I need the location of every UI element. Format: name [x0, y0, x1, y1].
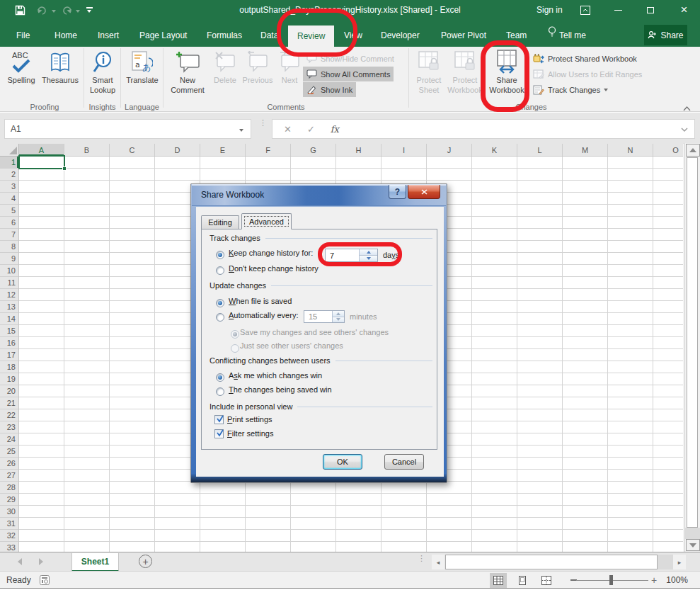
dialog-tab-editing[interactable]: Editing [201, 215, 239, 229]
column-header-J[interactable]: J [427, 144, 472, 156]
name-box[interactable]: A1 [4, 119, 251, 139]
row-header-16[interactable]: 16 [0, 337, 18, 349]
column-header-H[interactable]: H [336, 144, 381, 156]
column-header-D[interactable]: D [155, 144, 200, 156]
row-header-13[interactable]: 13 [0, 301, 18, 313]
vertical-scrollbar[interactable] [684, 143, 700, 552]
row-header-9[interactable]: 9 [0, 253, 18, 265]
dialog-help-button[interactable]: ? [389, 185, 406, 199]
vertical-scroll-track[interactable] [685, 528, 700, 539]
ok-button[interactable]: OK [323, 454, 362, 470]
delete-comment-button[interactable]: Delete [212, 50, 238, 85]
column-header-B[interactable]: B [64, 144, 110, 156]
view-page-layout-button[interactable] [514, 573, 531, 588]
label-ask-me[interactable]: Ask me which changes win [229, 371, 322, 380]
radio-auto-every[interactable] [216, 313, 224, 322]
cancel-formula-icon[interactable]: ✕ [284, 124, 292, 135]
selected-cell-a1[interactable] [18, 155, 65, 169]
row-header-31[interactable]: 31 [0, 518, 18, 530]
tab-page-layout[interactable]: Page Layout [139, 20, 187, 47]
zoom-level[interactable]: 100% [664, 575, 688, 585]
row-header-21[interactable]: 21 [0, 397, 18, 409]
ribbon-display-options-icon[interactable] [580, 6, 590, 15]
radio-ask-me[interactable] [216, 373, 224, 382]
row-header-30[interactable]: 30 [0, 506, 18, 518]
row-header-26[interactable]: 26 [0, 458, 18, 470]
sign-in-button[interactable]: Sign in [537, 5, 563, 15]
label-when-saved[interactable]: When file is saved [229, 297, 292, 305]
column-header-G[interactable]: G [291, 144, 336, 156]
minutes-spin-up[interactable] [333, 311, 344, 317]
label-saved-win[interactable]: The changes being saved win [229, 385, 332, 394]
column-header-L[interactable]: L [517, 144, 563, 156]
row-header-24[interactable]: 24 [0, 433, 18, 446]
label-filter-settings[interactable]: Filter settings [227, 429, 273, 438]
row-header-25[interactable]: 25 [0, 446, 18, 458]
select-all-corner[interactable] [0, 144, 19, 157]
translate-button[interactable]: aあ Translate [123, 50, 161, 85]
new-sheet-button[interactable]: + [139, 555, 152, 568]
radio-keep-history[interactable] [216, 251, 224, 259]
tab-formulas[interactable]: Formulas [207, 20, 242, 47]
show-ink-button[interactable]: Show Ink [303, 82, 356, 97]
column-header-K[interactable]: K [472, 144, 517, 156]
smart-lookup-button[interactable]: Smart Lookup [86, 50, 119, 95]
tab-data[interactable]: Data [260, 20, 278, 47]
macro-record-icon[interactable] [40, 575, 50, 585]
radio-dont-keep-history[interactable] [216, 266, 224, 275]
view-normal-button[interactable] [490, 573, 507, 588]
name-box-caret[interactable] [239, 129, 243, 132]
row-header-6[interactable]: 6 [0, 217, 18, 229]
dialog-close-button[interactable] [408, 185, 440, 199]
minutes-spinner-buttons[interactable] [332, 311, 344, 322]
tab-power-pivot[interactable]: Power Pivot [441, 20, 486, 47]
spelling-button[interactable]: ABC Spelling [6, 50, 37, 85]
column-header-A[interactable]: A [19, 144, 64, 156]
tabstrip-grip[interactable]: ⋮ [418, 556, 425, 560]
sheet-nav-left-icon[interactable] [18, 558, 22, 565]
row-header-20[interactable]: 20 [0, 385, 18, 397]
row-header-27[interactable]: 27 [0, 470, 18, 482]
zoom-in-button[interactable]: + [651, 574, 657, 586]
tab-developer[interactable]: Developer [381, 20, 420, 47]
checkbox-print-settings[interactable] [214, 415, 224, 424]
label-save-mine[interactable]: Save my changes and see others' changes [240, 328, 389, 336]
dialog-tab-advanced[interactable]: Advanced [241, 213, 292, 229]
row-header-14[interactable]: 14 [0, 313, 18, 325]
row-header-7[interactable]: 7 [0, 229, 18, 241]
radio-just-see[interactable] [231, 344, 239, 353]
close-button[interactable]: × [668, 0, 700, 20]
show-all-comments-button[interactable]: Show All Comments [303, 67, 394, 81]
column-header-C[interactable]: C [110, 144, 155, 156]
row-header-19[interactable]: 19 [0, 373, 18, 385]
radio-save-mine[interactable] [231, 330, 239, 339]
horizontal-scroll-track[interactable] [658, 555, 673, 569]
thesaurus-button[interactable]: Thesaurus [38, 50, 82, 85]
row-header-23[interactable]: 23 [0, 421, 18, 433]
column-header-E[interactable]: E [200, 144, 246, 156]
maximize-button[interactable] [636, 0, 665, 20]
row-header-32[interactable]: 32 [0, 530, 18, 542]
row-header-18[interactable]: 18 [0, 361, 18, 373]
protect-sheet-button[interactable]: Protect Sheet [413, 50, 445, 95]
tab-file[interactable]: File [16, 20, 30, 47]
column-header-M[interactable]: M [563, 144, 608, 156]
label-just-see[interactable]: Just see other users' changes [240, 341, 343, 350]
zoom-slider-handle[interactable] [609, 575, 613, 585]
row-header-3[interactable]: 3 [0, 181, 18, 193]
row-header-12[interactable]: 12 [0, 289, 18, 301]
column-header-I[interactable]: I [381, 144, 427, 156]
hscroll-right-button[interactable]: ▸ [673, 555, 686, 569]
tab-home[interactable]: Home [54, 20, 77, 47]
formula-input[interactable]: ✕ ✓ fx [272, 119, 695, 139]
column-header-O[interactable]: O [653, 144, 683, 156]
hscroll-left-button[interactable]: ◂ [432, 555, 444, 569]
formula-bar-expand-icon[interactable] [681, 127, 688, 132]
previous-comment-button[interactable]: Previous [239, 50, 276, 85]
allow-users-button[interactable]: Allow Users to Edit Ranges [529, 67, 646, 81]
sheet-tab-sheet1[interactable]: Sheet1 [71, 553, 119, 572]
row-header-11[interactable]: 11 [0, 277, 18, 289]
minimize-button[interactable] [603, 0, 633, 20]
label-keep-history[interactable]: Keep change history for: [229, 249, 313, 257]
row-header-4[interactable]: 4 [0, 193, 18, 205]
